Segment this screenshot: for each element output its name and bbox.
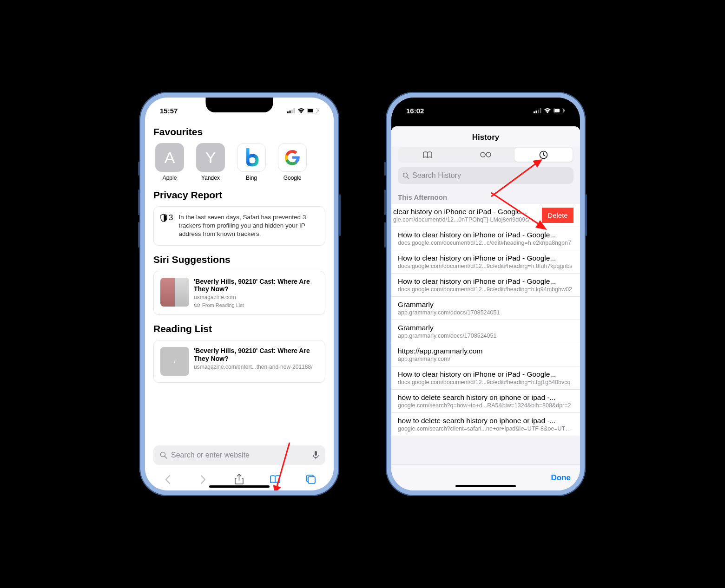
- forward-button: [193, 475, 214, 484]
- history-row[interactable]: how to delete search history on iphone o…: [391, 390, 580, 413]
- favourite-item[interactable]: Bing: [235, 143, 268, 181]
- clock-icon: [539, 150, 548, 159]
- history-row-title: How to clear history on iPhone or iPad -…: [398, 370, 573, 379]
- bookmarks-tab[interactable]: [399, 148, 457, 162]
- book-icon: [270, 475, 281, 484]
- phone-left: 15:57 Favourites AAppleYYandexBingGoogle…: [139, 92, 339, 496]
- history-row-url: app.grammarly.com/ddocs/1708524051: [398, 309, 573, 316]
- history-row-url: docs.google.com/document/d/12...c/edit#h…: [398, 240, 573, 246]
- history-row-url: docs.google.com/document/d/12...9c/edit#…: [398, 286, 573, 293]
- home-indicator[interactable]: [455, 485, 516, 487]
- favourite-icon: [237, 143, 266, 172]
- reading-list-title: Reading List: [153, 323, 325, 334]
- search-icon: [160, 451, 167, 459]
- bookmarks-button[interactable]: [265, 475, 285, 484]
- favourites-grid: AAppleYYandexBingGoogle: [153, 143, 325, 181]
- history-row[interactable]: Grammarlyapp.grammarly.com/ddocs/1708524…: [391, 297, 580, 320]
- history-row-title: How to clear history on iPhone or iPad -…: [398, 231, 573, 239]
- history-row[interactable]: How to clear history on iPhone or iPad -…: [391, 366, 580, 390]
- history-section-header: This Afternoon: [391, 189, 580, 204]
- glasses-icon: [194, 303, 200, 307]
- wifi-icon: [297, 108, 305, 113]
- history-row[interactable]: https://app.grammarly.comapp.grammarly.c…: [391, 343, 580, 366]
- siri-headline: 'Beverly Hills, 90210' Cast: Where Are T…: [194, 278, 318, 294]
- favourite-label: Google: [283, 175, 302, 181]
- svg-point-24: [481, 152, 485, 157]
- privacy-count: 3: [160, 213, 173, 222]
- book-icon: [422, 151, 433, 159]
- reading-headline: 'Beverly Hills, 90210' Cast: Where Are T…: [194, 347, 318, 363]
- home-indicator[interactable]: [209, 485, 270, 488]
- reading-list-card[interactable]: / 'Beverly Hills, 90210' Cast: Where Are…: [153, 340, 325, 383]
- favourite-icon: A: [155, 143, 184, 172]
- status-time: 15:57: [160, 107, 178, 115]
- history-row-url: app.grammarly.com/docs/1708524051: [398, 333, 573, 339]
- reading-thumbnail: /: [160, 347, 189, 376]
- siri-title: Siri Suggestions: [153, 254, 325, 265]
- tabs-button[interactable]: [301, 474, 321, 484]
- history-row[interactable]: How to clear history on iPhone or iPad -…: [391, 274, 580, 297]
- wifi-icon: [544, 108, 551, 113]
- favourite-label: Apple: [163, 175, 177, 181]
- history-row-title: Grammarly: [398, 324, 573, 332]
- svg-rect-12: [315, 451, 317, 456]
- history-list: clear history on iPhone or iPad - Google…: [391, 204, 580, 436]
- history-row-title: Grammarly: [398, 301, 573, 309]
- address-bar[interactable]: Search or enter website: [153, 445, 325, 465]
- history-row-title: how to delete search history on iphone o…: [398, 417, 573, 425]
- chevron-right-icon: [200, 475, 206, 484]
- svg-rect-1: [290, 111, 291, 113]
- mic-icon[interactable]: [313, 451, 319, 459]
- delete-button[interactable]: Delete: [542, 208, 573, 223]
- svg-rect-0: [287, 111, 289, 113]
- history-row-url: docs.google.com/document/d/12...9c/edit#…: [398, 263, 573, 269]
- favourite-item[interactable]: Google: [276, 143, 309, 181]
- history-row[interactable]: How to clear history on iPhone or iPad -…: [391, 227, 580, 250]
- favourite-item[interactable]: AApple: [153, 143, 186, 181]
- chevron-left-icon: [165, 475, 171, 484]
- favourite-label: Yandex: [201, 175, 220, 181]
- history-row[interactable]: Grammarlyapp.grammarly.com/docs/17085240…: [391, 320, 580, 343]
- privacy-text: In the last seven days, Safari has preve…: [178, 213, 318, 239]
- history-tab[interactable]: [514, 148, 573, 162]
- privacy-card[interactable]: 3 In the last seven days, Safari has pre…: [153, 206, 325, 246]
- history-row-url: app.grammarly.com/: [398, 356, 573, 362]
- back-button: [158, 475, 178, 484]
- history-row-url: gle.com/document/d/12...0nTPOhqTj-LMoj8e…: [393, 216, 537, 223]
- svg-line-28: [407, 176, 409, 178]
- cellular-icon: [534, 108, 541, 113]
- glasses-icon: [480, 152, 492, 157]
- history-row-url: docs.google.com/document/d/12...9c/edit#…: [398, 379, 573, 385]
- history-search-placeholder: Search History: [412, 171, 461, 180]
- history-row-swiped[interactable]: clear history on iPhone or iPad - Google…: [391, 204, 580, 227]
- reading-list-tab[interactable]: [457, 148, 515, 162]
- svg-rect-23: [564, 110, 565, 111]
- history-row[interactable]: how to delete search history on iphone o…: [391, 413, 580, 436]
- svg-point-7: [194, 304, 197, 307]
- svg-rect-2: [291, 110, 293, 113]
- favourite-icon: Y: [196, 143, 225, 172]
- segmented-control: [398, 147, 573, 163]
- favourite-icon: [278, 143, 307, 172]
- siri-suggestion-card[interactable]: 'Beverly Hills, 90210' Cast: Where Are T…: [153, 271, 325, 315]
- search-icon: [402, 172, 409, 179]
- history-row-title: clear history on iPhone or iPad - Google…: [393, 208, 537, 216]
- svg-rect-3: [294, 108, 295, 113]
- reading-url: usmagazine.com/entert...then-and-now-201…: [194, 364, 318, 370]
- history-row[interactable]: How to clear history on iPhone or iPad -…: [391, 250, 580, 274]
- siri-source: usmagazine.com: [194, 294, 318, 301]
- history-row-title: How to clear history on iPhone or iPad -…: [398, 254, 573, 262]
- history-search[interactable]: Search History: [398, 167, 573, 184]
- svg-rect-17: [534, 111, 535, 113]
- status-time: 16:02: [406, 107, 424, 115]
- address-placeholder: Search or enter website: [171, 451, 309, 459]
- history-row-url: google.com/search?client=safari...ne+or+…: [398, 425, 573, 432]
- favourite-item[interactable]: YYandex: [194, 143, 227, 181]
- history-title: History: [391, 126, 580, 147]
- history-row-title: how to delete search history on iphone o…: [398, 393, 573, 402]
- share-button[interactable]: [229, 474, 250, 485]
- history-row-title: https://app.grammarly.com: [398, 347, 573, 355]
- done-button[interactable]: Done: [551, 473, 571, 483]
- svg-rect-18: [536, 111, 537, 113]
- siri-thumbnail: [160, 278, 189, 307]
